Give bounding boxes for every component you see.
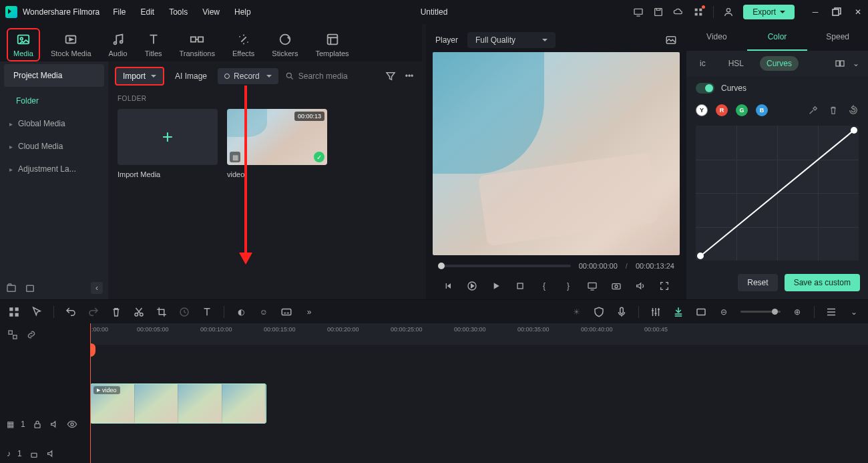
sidebar-project-media[interactable]: Project Media — [4, 64, 104, 87]
curves-toggle[interactable] — [696, 83, 714, 94]
maximize-button[interactable] — [832, 7, 841, 17]
brightness-icon[interactable]: ☀ — [570, 306, 582, 318]
mixer-icon[interactable] — [650, 306, 662, 318]
progress-thumb[interactable] — [438, 263, 445, 269]
close-button[interactable]: ✕ — [853, 7, 863, 17]
crop-icon[interactable] — [156, 306, 168, 318]
tab-stickers[interactable]: Stickers — [265, 28, 304, 61]
shield-icon[interactable] — [593, 306, 605, 318]
ai-image-button[interactable]: AI Image — [171, 69, 211, 84]
trash-icon[interactable] — [110, 306, 122, 318]
export-button[interactable]: Export — [743, 5, 795, 19]
zoom-slider[interactable] — [740, 311, 781, 313]
filter-icon[interactable] — [385, 70, 397, 82]
device-icon[interactable] — [633, 7, 644, 17]
curve-point-high[interactable] — [851, 127, 857, 134]
search-box[interactable]: Search media — [285, 71, 378, 81]
track-mute-icon[interactable] — [49, 419, 60, 430]
channel-y[interactable]: Y — [696, 104, 708, 116]
import-media-card[interactable]: + Import Media — [118, 109, 218, 178]
sidebar-folder[interactable]: Folder — [0, 90, 108, 112]
playhead[interactable] — [90, 323, 91, 463]
import-button[interactable]: Import — [115, 67, 164, 86]
speed-icon[interactable] — [178, 306, 190, 318]
tab-media[interactable]: Media — [7, 28, 40, 61]
subtab-ic[interactable]: ic — [693, 56, 712, 71]
reset-curve-icon[interactable] — [848, 105, 859, 116]
panel-tab-video[interactable]: Video — [686, 24, 747, 51]
progress-bar[interactable] — [438, 265, 571, 267]
more-icon[interactable]: ••• — [403, 70, 415, 82]
timeline-ruler[interactable]: :00:00 00:00:05:00 00:00:10:00 00:00:15:… — [90, 323, 868, 345]
new-folder-icon[interactable] — [5, 282, 17, 294]
cloud-icon[interactable] — [673, 7, 684, 17]
volume-icon[interactable] — [635, 281, 646, 291]
subtitle-icon[interactable] — [280, 306, 292, 318]
markers-icon[interactable] — [672, 306, 684, 318]
cursor-icon[interactable] — [31, 306, 43, 318]
channel-b[interactable]: B — [756, 104, 768, 116]
apps-icon[interactable] — [693, 7, 704, 17]
tab-stock-media[interactable]: Stock Media — [44, 28, 98, 61]
cut-icon[interactable] — [133, 306, 145, 318]
panel-tab-speed[interactable]: Speed — [807, 24, 868, 51]
zoom-out-icon[interactable]: ⊖ — [718, 306, 730, 318]
subtab-hsl[interactable]: HSL — [722, 56, 750, 71]
fullscreen-icon[interactable] — [659, 281, 670, 291]
sidebar-adjustment[interactable]: Adjustment La... — [0, 158, 108, 180]
account-icon[interactable] — [723, 7, 734, 17]
curves-editor[interactable] — [696, 126, 859, 261]
curve-point-low[interactable] — [697, 253, 704, 259]
mark-in-button[interactable]: { — [539, 281, 550, 291]
stop-button[interactable] — [515, 281, 525, 291]
reset-button[interactable]: Reset — [738, 274, 777, 291]
tab-templates[interactable]: Templates — [308, 28, 355, 61]
frame-icon[interactable] — [695, 306, 707, 318]
menu-view[interactable]: View — [202, 7, 220, 17]
save-custom-button[interactable]: Save as custom — [785, 274, 860, 291]
undo-icon[interactable] — [65, 306, 77, 318]
display-icon[interactable] — [587, 281, 598, 291]
text-icon[interactable] — [201, 306, 213, 318]
minimize-button[interactable]: ─ — [811, 7, 820, 17]
zoom-in-icon[interactable]: ⊕ — [791, 306, 803, 318]
quality-selector[interactable]: Full Quality — [467, 32, 556, 48]
menu-tools[interactable]: Tools — [169, 7, 188, 17]
new-bin-icon[interactable] — [24, 282, 36, 294]
chain-icon[interactable] — [25, 329, 37, 341]
grid-view-icon[interactable] — [8, 306, 20, 318]
redo-icon[interactable] — [87, 306, 99, 318]
sidebar-cloud-media[interactable]: Cloud Media — [0, 135, 108, 158]
face-icon[interactable]: ☺ — [258, 306, 270, 318]
prev-frame-button[interactable] — [443, 281, 453, 291]
menu-edit[interactable]: Edit — [141, 7, 155, 17]
sidebar-global-media[interactable]: Global Media — [0, 112, 108, 135]
play-button[interactable] — [491, 281, 501, 291]
eyedropper-icon[interactable] — [808, 105, 819, 116]
mic-icon[interactable] — [616, 306, 628, 318]
track-lock-icon[interactable] — [32, 419, 43, 430]
timeline-body[interactable]: :00:00 00:00:05:00 00:00:10:00 00:00:15:… — [90, 323, 868, 463]
chevron-down-icon[interactable]: ⌄ — [851, 58, 861, 69]
audio-mute-icon[interactable] — [46, 448, 57, 459]
panel-tab-color[interactable]: Color — [747, 24, 808, 51]
menu-file[interactable]: File — [113, 7, 126, 17]
color-icon[interactable]: ◐ — [235, 306, 247, 318]
tab-effects[interactable]: Effects — [226, 28, 261, 61]
camera-icon[interactable] — [611, 281, 622, 291]
video-clip-card[interactable]: 00:00:13 ▦ ✓ video — [227, 109, 327, 178]
tab-audio[interactable]: Audio — [102, 28, 134, 61]
overflow-icon[interactable]: » — [303, 306, 315, 318]
subtab-curves[interactable]: Curves — [760, 56, 799, 71]
play-preview-button[interactable] — [467, 281, 477, 291]
compare-icon[interactable] — [835, 58, 845, 69]
tab-titles[interactable]: Titles — [138, 28, 169, 61]
menu-help[interactable]: Help — [234, 7, 251, 17]
link-tracks-icon[interactable] — [7, 329, 19, 341]
mark-out-button[interactable]: } — [563, 281, 574, 291]
record-button[interactable]: Record — [218, 68, 278, 84]
snapshot-icon[interactable] — [665, 34, 677, 46]
collapse-sidebar-icon[interactable]: ‹ — [91, 282, 103, 294]
list-icon[interactable] — [825, 306, 837, 318]
options-chevron-icon[interactable]: ⌄ — [848, 306, 860, 318]
